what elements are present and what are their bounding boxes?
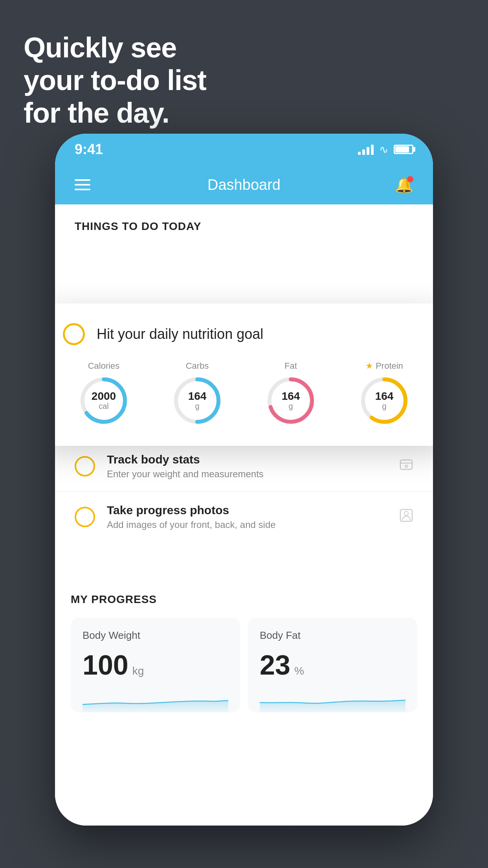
person-icon: [399, 508, 413, 526]
todo-subtitle-photos: Add images of your front, back, and side: [107, 519, 387, 530]
fat-value: 164: [282, 391, 300, 402]
calories-label: Calories: [88, 361, 120, 371]
nutrition-protein: ★ Protein 164 g: [359, 361, 410, 426]
calories-value: 2000: [92, 391, 116, 402]
carbs-circle: 164 g: [172, 375, 223, 426]
nutrition-card: Hit your daily nutrition goal Calories: [55, 303, 433, 446]
todo-circle-photos: [75, 507, 95, 527]
carbs-label: Carbs: [186, 361, 209, 371]
battery-icon: [394, 145, 413, 154]
hero-text: Quickly see your to-do list for the day.: [24, 31, 206, 129]
todo-subtitle-body-stats: Enter your weight and measurements: [107, 469, 387, 480]
body-weight-value: 100 kg: [83, 649, 228, 681]
calories-unit: cal: [99, 402, 109, 411]
protein-label: ★ Protein: [365, 361, 403, 371]
fat-circle: 164 g: [265, 375, 316, 426]
protein-unit: g: [382, 402, 386, 411]
todo-title-photos: Take progress photos: [107, 504, 387, 517]
nutrition-card-title: Hit your daily nutrition goal: [97, 326, 263, 342]
fat-label: Fat: [284, 361, 297, 371]
svg-point-10: [405, 465, 407, 467]
todo-circle-body-stats: [75, 456, 95, 476]
svg-point-12: [404, 511, 408, 515]
phone-content: THINGS TO DO TODAY Hit your daily nutrit…: [55, 204, 433, 826]
body-weight-chart: [83, 689, 228, 712]
wifi-icon: ∿: [379, 143, 388, 156]
body-fat-unit: %: [294, 665, 304, 677]
body-fat-card-title: Body Fat: [260, 629, 405, 642]
protein-circle: 164 g: [359, 375, 410, 426]
body-weight-unit: kg: [132, 665, 144, 677]
status-bar: 9:41 ∿: [55, 134, 433, 165]
progress-section: MY PROGRESS Body Weight 100 kg: [55, 574, 433, 728]
phone-frame: 9:41 ∿ Dashboard 🔔: [55, 134, 433, 826]
status-time: 9:41: [75, 141, 103, 158]
todo-title-body-stats: Track body stats: [107, 453, 387, 466]
carbs-unit: g: [195, 402, 199, 411]
things-to-do-title: THINGS TO DO TODAY: [75, 220, 413, 233]
fat-unit: g: [288, 402, 293, 411]
notification-bell-icon[interactable]: 🔔: [395, 176, 413, 193]
protein-value: 164: [375, 391, 394, 402]
todo-item-photos[interactable]: Take progress photos Add images of your …: [55, 491, 433, 542]
body-fat-card: Body Fat 23 %: [248, 618, 417, 712]
carbs-value: 164: [188, 391, 207, 402]
body-weight-card-title: Body Weight: [83, 629, 228, 642]
progress-section-title: MY PROGRESS: [71, 593, 417, 606]
scale-icon: [399, 458, 413, 475]
nutrition-check-circle[interactable]: [63, 323, 85, 345]
body-weight-card: Body Weight 100 kg: [71, 618, 240, 712]
todo-text-photos: Take progress photos Add images of your …: [107, 504, 387, 530]
hamburger-menu-icon[interactable]: [75, 179, 90, 190]
nutrition-calories: Calories 2000 cal: [78, 361, 129, 426]
nutrition-carbs: Carbs 164 g: [172, 361, 223, 426]
nav-bar: Dashboard 🔔: [55, 165, 433, 204]
things-to-do-section: THINGS TO DO TODAY: [55, 204, 433, 241]
calories-circle: 2000 cal: [78, 375, 129, 426]
signal-icon: [358, 144, 374, 155]
progress-cards: Body Weight 100 kg: [71, 618, 417, 712]
star-icon: ★: [365, 361, 373, 371]
nutrition-circles-row: Calories 2000 cal: [63, 361, 425, 426]
status-icons: ∿: [358, 143, 413, 156]
body-fat-chart: [260, 689, 405, 712]
todo-item-body-stats[interactable]: Track body stats Enter your weight and m…: [55, 441, 433, 491]
nutrition-fat: Fat 164 g: [265, 361, 316, 426]
todo-text-body-stats: Track body stats Enter your weight and m…: [107, 453, 387, 480]
nav-title: Dashboard: [207, 177, 281, 193]
body-fat-value: 23 %: [260, 649, 405, 681]
